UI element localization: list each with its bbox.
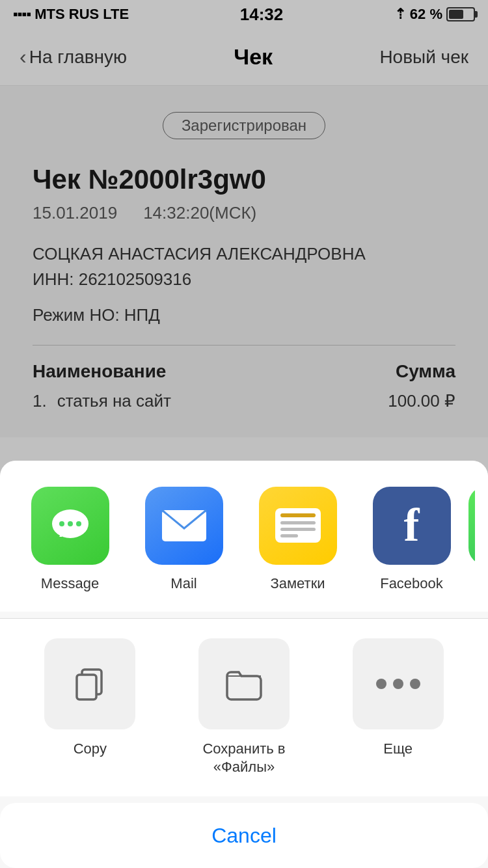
svg-point-3 bbox=[68, 521, 73, 526]
svg-point-2 bbox=[59, 521, 64, 526]
message-label: Message bbox=[41, 575, 99, 592]
share-app-facebook[interactable]: f Facebook bbox=[355, 487, 468, 592]
more-label: Еще bbox=[383, 740, 413, 759]
share-action-save-files[interactable]: Сохранить в «Файлы» bbox=[174, 638, 315, 777]
copy-icon-box bbox=[44, 638, 135, 729]
share-sheet: Message Mail bbox=[0, 461, 488, 868]
facebook-app-icon: f bbox=[373, 487, 451, 565]
folder-icon bbox=[224, 664, 264, 703]
share-app-mail[interactable]: Mail bbox=[127, 487, 241, 592]
cancel-button[interactable]: Cancel bbox=[0, 803, 488, 868]
facebook-label: Facebook bbox=[380, 575, 443, 592]
share-actions-row: Copy Сохранить в «Файлы» bbox=[0, 619, 488, 796]
more-icon-box bbox=[353, 638, 444, 729]
facebook-f-icon: f bbox=[404, 498, 420, 552]
share-apps-row: Message Mail bbox=[0, 461, 488, 612]
copy-label: Copy bbox=[74, 740, 107, 759]
share-app-message[interactable]: Message bbox=[13, 487, 127, 592]
notes-label: Заметки bbox=[270, 575, 325, 592]
three-dots-icon bbox=[376, 679, 420, 689]
share-app-notes[interactable]: Заметки bbox=[241, 487, 355, 592]
share-app-fifth[interactable]: W bbox=[468, 487, 475, 592]
message-app-icon bbox=[31, 487, 109, 565]
svg-point-4 bbox=[76, 521, 81, 526]
svg-rect-7 bbox=[77, 675, 96, 699]
mail-app-icon bbox=[145, 487, 223, 565]
folder-icon-box bbox=[198, 638, 290, 729]
mail-label: Mail bbox=[170, 575, 197, 592]
cancel-label: Cancel bbox=[211, 824, 277, 848]
share-apps-scroll: Message Mail bbox=[13, 487, 475, 592]
copy-icon bbox=[70, 664, 109, 703]
fifth-app-icon bbox=[468, 487, 475, 565]
share-actions-grid: Copy Сохранить в «Файлы» bbox=[20, 638, 468, 777]
share-action-copy[interactable]: Copy bbox=[20, 638, 161, 777]
save-files-label: Сохранить в «Файлы» bbox=[174, 740, 315, 777]
notes-app-icon bbox=[259, 487, 337, 565]
share-action-more[interactable]: Еще bbox=[327, 638, 468, 777]
